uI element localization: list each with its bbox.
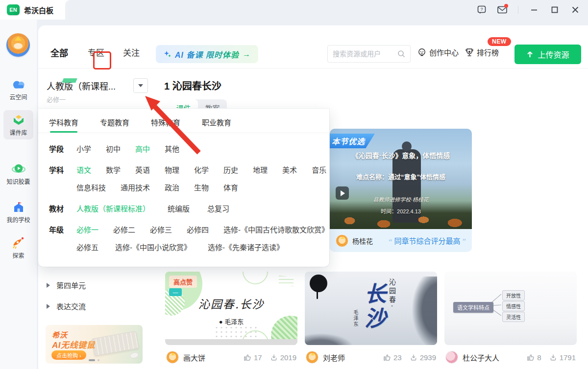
ad-cta-button[interactable]: 点击抢购 › [51, 350, 86, 360]
search-box[interactable] [327, 45, 411, 63]
tab-special-education[interactable]: 特殊教育 [151, 117, 180, 133]
ad-banner[interactable]: 希沃 AI无线键鼠 点击抢购 › [46, 325, 143, 364]
creator-center-link[interactable]: 创作中心 [417, 47, 459, 57]
filter-option-selected[interactable]: 人教版（新课程标准） [76, 204, 150, 214]
author-name[interactable]: 刘老师 [323, 352, 345, 363]
filter-option[interactable]: 统编版 [168, 204, 190, 214]
sidebar-item-label: 知识胶囊 [6, 177, 30, 185]
filter-row-stage: 学段 小学 初中 高中 其他 [49, 144, 329, 155]
downloads-stat[interactable]: 1791 [549, 353, 576, 362]
filter-option[interactable]: 信息科技 [76, 183, 106, 193]
minimize-button[interactable] [529, 5, 539, 15]
card-thumbnail[interactable]: 沁园春· 长沙 毛泽东 [305, 272, 437, 345]
sidebar-item-cloud[interactable]: 云空间 [3, 74, 33, 104]
author-name[interactable]: 画大饼 [183, 352, 205, 363]
filter-option[interactable]: 音乐 [312, 165, 326, 176]
downloads-count: 1791 [560, 353, 576, 362]
mail-icon[interactable] [497, 5, 507, 15]
textbook-dropdown-button[interactable] [133, 78, 148, 93]
nav-tab-zones[interactable]: 专区 [88, 46, 104, 58]
downloads-stat[interactable]: 2019 [270, 353, 296, 362]
sidebar-item-capsule[interactable]: 知识胶囊 [3, 159, 33, 188]
filter-option-selected[interactable]: 语文 [76, 165, 91, 176]
app-tab: EN 希沃白板 [0, 0, 65, 20]
card-stats: 17 2019 [243, 353, 296, 362]
filter-option[interactable]: 必修三 [150, 225, 172, 235]
filter-option[interactable]: 选修-《中国古代诗歌散文欣赏》 [223, 225, 329, 235]
ai-lesson-prep-button[interactable]: AI 备课 限时体验 → [156, 45, 258, 63]
likes-stat[interactable]: 17 [243, 353, 262, 362]
sidebar-item-school[interactable]: 我的学校 [3, 197, 33, 227]
filter-option[interactable]: 体育 [223, 183, 238, 193]
filter-option-selected[interactable]: 必修一 [76, 225, 98, 235]
tree-item-unit4[interactable]: 第四单元 [47, 280, 86, 290]
help-icon[interactable]: ? [477, 5, 487, 15]
user-avatar[interactable] [6, 33, 30, 57]
carousel-dot[interactable] [98, 359, 99, 361]
filter-option[interactable]: 必修五 [76, 242, 98, 253]
filter-option[interactable]: 必修四 [187, 225, 209, 235]
filter-option[interactable]: 政治 [165, 183, 179, 193]
upload-resource-button[interactable]: 上传资源 [514, 45, 581, 64]
thumbs-up-icon [383, 353, 391, 362]
filter-option[interactable]: 小学 [76, 144, 91, 155]
search-icon[interactable] [397, 50, 405, 58]
sidebar-item-label: 我的学校 [6, 215, 30, 224]
filter-option[interactable]: 其他 [165, 144, 179, 155]
thumbs-up-icon [526, 353, 535, 362]
likes-stat[interactable]: 8 [526, 353, 541, 362]
filter-option[interactable]: 选修-《先秦诸子选读》 [208, 242, 284, 253]
nav-tab-following[interactable]: 关注 [123, 46, 140, 58]
card-thumbnail[interactable]: 沁园春.长沙 ● 毛泽东 高点赞 — [165, 272, 297, 345]
textbook-selector-label[interactable]: 人教版（新课程... [47, 79, 116, 92]
card-thumbnail[interactable]: 语文学科特点 开放性 情感性 灵活性 [444, 272, 577, 345]
maximize-button[interactable] [550, 5, 560, 15]
download-icon [410, 353, 417, 362]
author-avatar[interactable] [166, 351, 179, 364]
play-button[interactable] [336, 186, 349, 200]
nav-tab-all[interactable]: 全部 [50, 46, 68, 59]
filter-option[interactable]: 选修-《中国小说欣赏》 [115, 242, 191, 253]
download-icon [549, 353, 557, 362]
filter-row-label: 学科 [49, 165, 76, 193]
downloads-count: 2019 [280, 353, 296, 362]
likes-stat[interactable]: 23 [383, 353, 402, 362]
new-badge: NEW [488, 37, 511, 46]
filter-row-label: 学段 [49, 144, 76, 155]
sidebar-item-explore[interactable]: 探索 [3, 233, 33, 262]
tab-topic-education[interactable]: 专题教育 [100, 117, 129, 133]
likes-count: 8 [537, 353, 541, 362]
carousel-dots[interactable] [89, 359, 99, 361]
author-avatar[interactable] [445, 351, 458, 364]
carousel-dot-active[interactable] [89, 359, 95, 361]
lesson-title: 1 沁园春长沙 [164, 78, 221, 92]
author-avatar[interactable] [336, 234, 348, 247]
ranking-link[interactable]: 排行榜 [465, 47, 499, 57]
close-button[interactable] [570, 5, 580, 15]
filter-option[interactable]: 初中 [106, 144, 121, 155]
filter-option[interactable]: 数学 [106, 165, 121, 176]
author-name[interactable]: 杜公子大人 [463, 352, 499, 363]
tree-item-expression[interactable]: 表达交流 [47, 301, 86, 311]
video-date: 时间：2022.4.13 [330, 207, 472, 215]
author-avatar[interactable] [306, 351, 318, 364]
filter-option-selected[interactable]: 高中 [135, 144, 150, 155]
filter-option[interactable]: 历史 [223, 165, 238, 176]
featured-badge: 本节优选 [330, 134, 375, 148]
sidebar-item-courseware[interactable]: 课件库 [3, 110, 33, 139]
filter-option[interactable]: 英语 [135, 165, 150, 176]
filter-option[interactable]: 地理 [253, 165, 268, 176]
filter-option[interactable]: 必修二 [113, 225, 135, 235]
downloads-stat[interactable]: 2939 [410, 353, 436, 362]
tab-subject-education[interactable]: 学科教育 [49, 117, 78, 133]
featured-video-thumbnail[interactable]: 《沁园春·长沙》意象，体悟情感 难点名称：通过“意象”体悟情感 县教师进修学校·… [330, 129, 472, 229]
author-name[interactable]: 杨桂花 [352, 236, 373, 246]
search-input[interactable] [333, 50, 393, 58]
filter-option[interactable]: 美术 [282, 165, 297, 176]
filter-option[interactable]: 物理 [165, 165, 179, 176]
filter-option[interactable]: 化学 [194, 165, 209, 176]
filter-option[interactable]: 生物 [194, 183, 209, 193]
tab-vocational-education[interactable]: 职业教育 [202, 117, 231, 133]
filter-option[interactable]: 通用技术 [121, 183, 150, 193]
filter-option[interactable]: 总复习 [207, 204, 229, 214]
